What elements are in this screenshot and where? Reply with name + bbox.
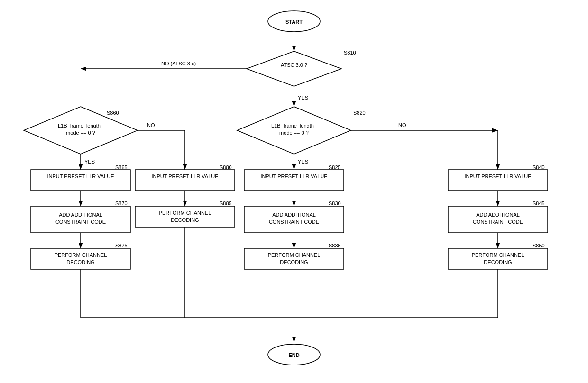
s880-step: S880 <box>220 164 232 170</box>
s885-step: S885 <box>220 201 232 206</box>
s850-text1: PERFORM CHANNEL <box>472 252 524 258</box>
s860-no-label: NO <box>147 122 155 128</box>
s885-text2: DECODING <box>171 217 199 223</box>
s820-no-label: NO <box>398 122 406 128</box>
s835-step: S835 <box>329 243 341 248</box>
s810-yes-label: YES <box>298 95 308 100</box>
s825-box <box>244 170 344 191</box>
s835-text1: PERFORM CHANNEL <box>268 252 321 258</box>
s860-text1: L1B_frame_length_ <box>58 123 104 128</box>
s845-text2: CONSTRAINT CODE <box>473 219 523 225</box>
s825-step: S825 <box>329 164 341 170</box>
s880-box <box>135 170 235 191</box>
s840-step: S840 <box>533 164 545 170</box>
s870-text1: ADD ADDITIONAL <box>59 212 102 218</box>
s870-text2: CONSTRAINT CODE <box>55 219 106 225</box>
s830-text1: ADD ADDITIONAL <box>272 212 316 218</box>
s850-text2: DECODING <box>484 259 512 265</box>
s865-text: INPUT PRESET LLR VALUE <box>47 173 114 179</box>
s820-yes-label: YES <box>298 159 308 164</box>
s840-text: INPUT PRESET LLR VALUE <box>464 173 531 179</box>
s860-yes-label: YES <box>84 159 95 164</box>
s875-text2: DECODING <box>66 259 94 265</box>
s875-box <box>31 248 130 269</box>
start-label: START <box>285 19 303 25</box>
s845-step: S845 <box>533 201 545 206</box>
s865-box <box>31 170 130 191</box>
s820-text2: mode == 0 ? <box>279 130 309 136</box>
s820-step-label: S820 <box>353 110 366 116</box>
s820-text1: L1B_frame_length_ <box>271 123 317 128</box>
end-label: END <box>288 352 299 358</box>
s860-text2: mode == 0 ? <box>66 130 95 136</box>
s875-step: S875 <box>115 243 128 248</box>
s830-text2: CONSTRAINT CODE <box>269 219 319 225</box>
s810-no-label: NO (ATSC 3.x) <box>161 61 196 66</box>
s885-text1: PERFORM CHANNEL <box>159 210 211 216</box>
s810-step-label: S810 <box>344 50 356 55</box>
s835-box <box>244 248 344 269</box>
s810-diamond <box>247 51 341 86</box>
s885-box <box>135 206 235 227</box>
s850-step: S850 <box>533 243 545 248</box>
s835-text2: DECODING <box>280 259 308 265</box>
s860-step-label: S860 <box>107 110 119 116</box>
s850-box <box>448 248 548 269</box>
s865-step: S865 <box>115 164 128 170</box>
s810-text: ATSC 3.0 ? <box>281 62 307 68</box>
s845-text1: ADD ADDITIONAL <box>476 212 520 218</box>
s830-step: S830 <box>329 201 341 206</box>
s840-box <box>448 170 548 191</box>
s825-text: INPUT PRESET LLR VALUE <box>260 173 327 179</box>
s875-text1: PERFORM CHANNEL <box>55 252 107 258</box>
s870-step: S870 <box>115 201 128 206</box>
s880-text: INPUT PRESET LLR VALUE <box>151 173 218 179</box>
